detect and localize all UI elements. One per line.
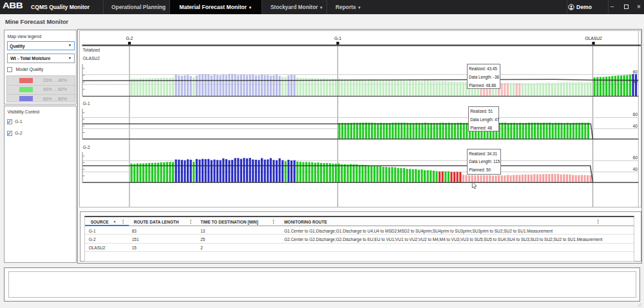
svg-text:60: 60 bbox=[633, 70, 638, 74]
svg-text:G-2: G-2 bbox=[83, 145, 90, 149]
svg-text:G-1: G-1 bbox=[334, 36, 341, 41]
svg-text:60: 60 bbox=[633, 112, 638, 117]
svg-text:40: 40 bbox=[633, 124, 638, 128]
svg-text:OLASU2: OLASU2 bbox=[83, 56, 100, 61]
svg-text:Totalized: Totalized bbox=[83, 48, 100, 52]
svg-text:40: 40 bbox=[633, 167, 638, 171]
svg-text:60: 60 bbox=[633, 155, 638, 160]
svg-text:OLASU2: OLASU2 bbox=[585, 36, 602, 41]
svg-text:G-1: G-1 bbox=[83, 101, 90, 106]
svg-text:G-2: G-2 bbox=[126, 36, 133, 41]
